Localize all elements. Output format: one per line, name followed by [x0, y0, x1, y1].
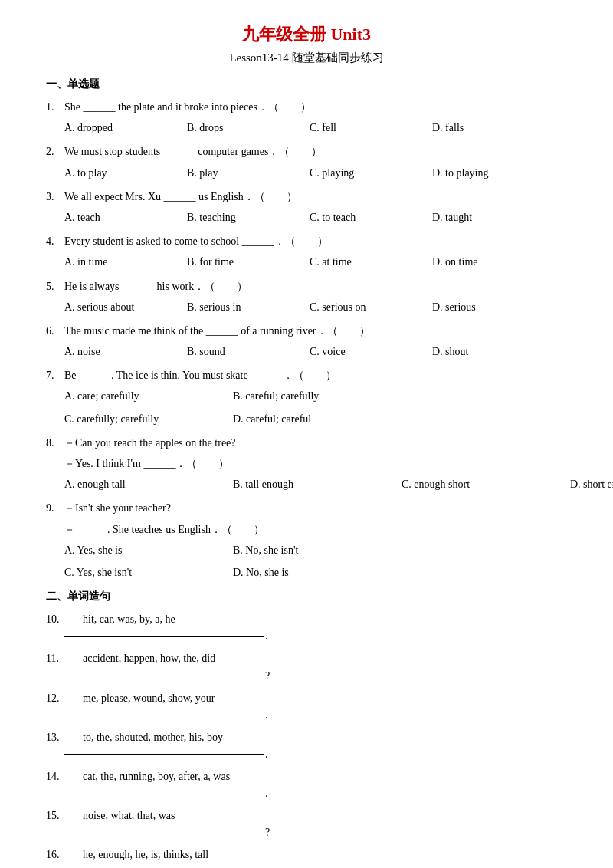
question-5: 5. He is always ______ his work．（ ） A. s… [46, 277, 567, 317]
section1-header: 一、单选题 [46, 77, 567, 91]
ord14-words: cat, the, running, boy, after, a, was [64, 767, 567, 786]
q5-optC: C. serious on [310, 298, 432, 317]
q2-num: 2. [46, 142, 64, 161]
q4-optA: A. in time [64, 252, 187, 271]
ord12-blank [64, 715, 264, 715]
question-3: 3. We all expect Mrs. Xu ______ us Engli… [46, 187, 567, 227]
ord12-words: me, please, wound, show, your [64, 689, 567, 708]
ord12-num: 12. [46, 689, 64, 708]
q9-optB: B. No, she isn't [233, 541, 402, 560]
q4-optC: C. at time [310, 252, 432, 271]
q5-optB: B. serious in [187, 298, 310, 317]
q1-optC: C. fell [310, 118, 432, 137]
q8-optA: A. enough tall [64, 475, 233, 494]
q5-optA: A. serious about [64, 298, 187, 317]
q2-text: We must stop students ______ computer ga… [64, 142, 567, 161]
ord15-words: noise, what, that, was [64, 806, 567, 825]
q8-text: －Can you reach the apples on the tree? [64, 433, 567, 452]
q4-optD: D. on time [432, 252, 555, 271]
q3-optB: B. teaching [187, 208, 310, 227]
q6-text: The music made me think of the ______ of… [64, 321, 567, 340]
q7-optB: B. careful; carefully [233, 386, 402, 406]
q6-num: 6. [46, 321, 64, 340]
q7-optC: C. carefully; carefully [64, 409, 233, 429]
ordering-10: 10. hit, car, was, by, a, he . [46, 610, 567, 643]
q1-text: She ______ the plate and it broke into p… [64, 97, 567, 117]
question-7: 7. Be ______. The ice is thin. You must … [46, 366, 567, 429]
q2-optB: B. play [187, 163, 310, 182]
ord16-words: he, enough, he, is, thinks, tall [64, 845, 567, 864]
question-4: 4. Every student is asked to come to sch… [46, 232, 567, 271]
ord13-blank [64, 754, 264, 755]
q1-optD: D. falls [432, 118, 555, 137]
q3-num: 3. [46, 187, 64, 206]
ord13-end: . [265, 748, 268, 761]
q9-text: －Isn't she your teacher? [64, 498, 567, 518]
q8-optD: D. short enough [570, 475, 613, 494]
question-1: 1. She ______ the plate and it broke int… [46, 97, 567, 137]
q2-optD: D. to playing [432, 163, 555, 182]
q7-text: Be ______. The ice is thin. You must ska… [64, 366, 567, 385]
q3-text: We all expect Mrs. Xu ______ us English．… [64, 187, 567, 206]
ord11-blank [64, 676, 264, 676]
section2-header: 二、单词造句 [46, 590, 567, 603]
ord11-end: ? [265, 670, 270, 682]
ord15-blank [64, 833, 264, 833]
q9-text2: －______. She teaches us English．（ ） [64, 520, 567, 539]
ord13-words: to, the, shouted, mother, his, boy [64, 728, 567, 747]
q4-text: Every student is asked to come to school… [64, 232, 567, 251]
q8-text2: －Yes. I think I'm ______．（ ） [64, 454, 567, 473]
ord10-end: . [265, 630, 268, 643]
ord14-end: . [265, 787, 268, 800]
ord11-num: 11. [46, 649, 64, 668]
ordering-14: 14. cat, the, running, boy, after, a, wa… [46, 767, 567, 800]
q6-optC: C. voice [310, 342, 432, 361]
ordering-11: 11. accident, happen, how, the, did ? [46, 649, 567, 682]
q8-optC: C. enough short [402, 475, 570, 494]
question-2: 2. We must stop students ______ computer… [46, 142, 567, 182]
q4-optB: B. for time [187, 252, 310, 271]
q9-optD: D. No, she is [233, 563, 402, 582]
q6-optD: D. shout [432, 342, 555, 361]
q2-optC: C. playing [310, 163, 432, 182]
ord13-num: 13. [46, 728, 64, 747]
q2-optA: A. to play [64, 163, 187, 182]
ordering-16: 16. he, enough, he, is, thinks, tall . [46, 845, 567, 868]
ord12-end: . [265, 709, 268, 722]
ord11-words: accident, happen, how, the, did [64, 649, 567, 668]
q1-optB: B. drops [187, 118, 310, 137]
question-6: 6. The music made me think of the ______… [46, 321, 567, 361]
q3-optA: A. teach [64, 208, 187, 227]
q7-optD: D. careful; careful [233, 409, 402, 429]
q5-num: 5. [46, 277, 64, 296]
ord15-end: ? [265, 827, 270, 839]
q3-optC: C. to teach [310, 208, 432, 227]
q3-optD: D. taught [432, 208, 555, 227]
q9-optC: C. Yes, she isn't [64, 563, 233, 582]
ord10-blank [64, 636, 264, 637]
ordering-13: 13. to, the, shouted, mother, his, boy . [46, 728, 567, 761]
sub-title: Lesson13-14 随堂基础同步练习 [46, 51, 567, 65]
ordering-15: 15. noise, what, that, was ? [46, 806, 567, 839]
q8-num: 8. [46, 433, 64, 452]
ordering-12: 12. me, please, wound, show, your . [46, 689, 567, 722]
ord10-num: 10. [46, 610, 64, 629]
ord10-words: hit, car, was, by, a, he [64, 610, 567, 629]
q1-optA: A. dropped [64, 118, 187, 137]
q6-optA: A. noise [64, 342, 187, 361]
q5-text: He is always ______ his work．（ ） [64, 277, 567, 296]
question-8: 8. －Can you reach the apples on the tree… [46, 433, 567, 495]
q1-num: 1. [46, 97, 64, 117]
q6-optB: B. sound [187, 342, 310, 361]
main-title: 九年级全册 Unit3 [46, 23, 567, 46]
q5-optD: D. serious [432, 298, 555, 317]
q4-num: 4. [46, 232, 64, 251]
ord15-num: 15. [46, 806, 64, 825]
q7-optA: A. care; carefully [64, 386, 233, 406]
q9-num: 9. [46, 498, 64, 518]
ord16-num: 16. [46, 845, 64, 864]
ord14-num: 14. [46, 767, 64, 786]
ord14-blank [64, 794, 264, 794]
q9-optA: A. Yes, she is [64, 541, 233, 560]
question-9: 9. －Isn't she your teacher? －______. She… [46, 498, 567, 582]
